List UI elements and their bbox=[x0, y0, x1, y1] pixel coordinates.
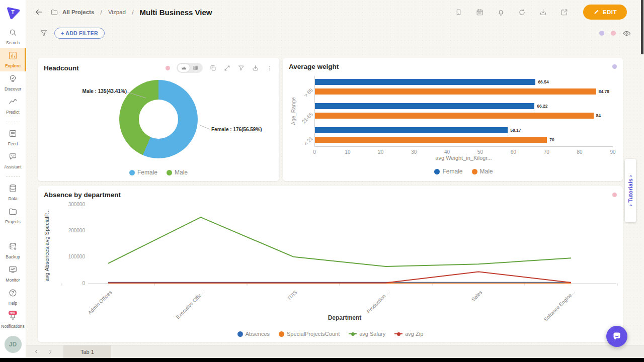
x-tick-label: 50 bbox=[477, 149, 483, 155]
x-category-label: IT/IS bbox=[287, 289, 298, 301]
sidebar-item-monitor[interactable]: Monitor bbox=[0, 262, 26, 286]
filter-bar: + ADD FILTER bbox=[26, 26, 644, 40]
download-icon[interactable] bbox=[539, 8, 547, 17]
sidebar-item-label: Projects bbox=[5, 219, 21, 224]
legend-swatch bbox=[349, 333, 357, 334]
pink-indicator-dot[interactable] bbox=[611, 31, 616, 36]
bar-category-label: < 21 bbox=[291, 136, 314, 159]
add-filter-button[interactable]: + ADD FILTER bbox=[54, 28, 105, 39]
chart-view-icon[interactable] bbox=[178, 64, 190, 72]
sidebar-item-backup[interactable]: Backup bbox=[0, 239, 26, 262]
sidebar-nav: Search Explore Discover Predict Feed Ass… bbox=[0, 25, 26, 358]
sidebar-item-notifications[interactable]: 99+ Notifications bbox=[0, 309, 26, 332]
absence-line-chart: 0100000200000300000Admin OfficesExecutiv… bbox=[38, 186, 623, 342]
sidebar-item-projects[interactable]: Projects bbox=[0, 204, 26, 227]
chart-filter-icon[interactable] bbox=[237, 64, 245, 72]
headcount-legend: Female Male bbox=[38, 169, 279, 176]
refresh-icon[interactable] bbox=[518, 8, 526, 17]
chart-download-icon[interactable] bbox=[252, 64, 259, 72]
bell-icon: 99+ bbox=[8, 311, 18, 323]
legend-label: Male bbox=[175, 169, 188, 176]
scrollbar-thumb[interactable] bbox=[641, 0, 643, 54]
legend-item-avg Salary[interactable]: avg Salary bbox=[349, 331, 385, 337]
sidebar-item-feed[interactable]: Feed bbox=[0, 126, 26, 149]
back-arrow-icon[interactable] bbox=[34, 8, 43, 17]
sidebar-item-help[interactable]: Help bbox=[0, 286, 26, 309]
chart-table-toggle[interactable] bbox=[177, 63, 203, 73]
tab-prev-icon[interactable] bbox=[33, 348, 40, 355]
tab-next-icon[interactable] bbox=[47, 348, 53, 355]
sidebar-bottom: Backup Monitor Help 99+ NotificationsJD bbox=[0, 239, 26, 358]
sidebar: T Search Explore Discover Predict Feed A… bbox=[0, 0, 26, 358]
kebab-menu-icon[interactable] bbox=[266, 64, 273, 72]
legend-item-Male[interactable]: Male bbox=[167, 169, 188, 176]
sidebar-item-assistant[interactable]: Assistant bbox=[0, 149, 26, 172]
bar-x-axis-label: avg Weight_in_Kilogr... bbox=[314, 155, 613, 161]
bar-value-label: 84.78 bbox=[599, 88, 609, 95]
legend-label: Female bbox=[442, 168, 462, 175]
x-tick-label: 10 bbox=[345, 149, 350, 155]
legend-item-Absences[interactable]: Absences bbox=[237, 331, 270, 337]
filter-funnel-icon[interactable] bbox=[39, 29, 48, 38]
eye-icon[interactable] bbox=[622, 29, 631, 38]
legend-item-SpecialProjectsCount[interactable]: SpecialProjectsCount bbox=[279, 331, 340, 337]
bookmark-icon[interactable] bbox=[454, 8, 463, 17]
folder-icon[interactable] bbox=[50, 8, 58, 16]
sidebar-item-data[interactable]: Data bbox=[0, 181, 26, 204]
bar-Female-0[interactable] bbox=[315, 79, 535, 85]
line-y-axis-label: avg Absences,avg SpecialP... bbox=[44, 209, 50, 282]
legend-item-avg Zip[interactable]: avg Zip bbox=[394, 331, 423, 337]
headcount-card-tools bbox=[166, 63, 273, 73]
user-avatar[interactable]: JD bbox=[5, 336, 22, 353]
sidebar-item-label: Assistant bbox=[4, 164, 22, 169]
legend-swatch bbox=[237, 331, 243, 337]
app-logo-icon[interactable]: T bbox=[0, 0, 26, 25]
tab-1[interactable]: Tab 1 bbox=[63, 345, 111, 358]
legend-item-Female[interactable]: Female bbox=[129, 169, 157, 176]
breadcrumb-vizpad[interactable]: Vizpad bbox=[108, 9, 126, 15]
edit-button[interactable]: EDIT bbox=[583, 5, 627, 20]
calendar-icon[interactable] bbox=[475, 8, 484, 17]
legend-label: avg Zip bbox=[405, 331, 423, 337]
bar-x-axis: 0102030405060708090 bbox=[314, 146, 613, 147]
x-category-label: Executive Offic... bbox=[175, 290, 206, 320]
tutorials-button[interactable]: › Tutorials › bbox=[625, 159, 636, 222]
headcount-card-header: Headcount bbox=[38, 58, 279, 73]
donut-ring[interactable] bbox=[119, 80, 198, 158]
sidebar-item-label: Feed bbox=[8, 141, 18, 146]
x-tick-label: 70 bbox=[544, 149, 549, 155]
app-window: T Search Explore Discover Predict Feed A… bbox=[0, 0, 644, 362]
sidebar-item-explore[interactable]: Explore bbox=[0, 48, 26, 71]
share-icon[interactable] bbox=[560, 8, 569, 17]
expand-icon[interactable] bbox=[223, 64, 231, 72]
sidebar-item-search[interactable]: Search bbox=[0, 25, 26, 48]
bar-Female-1[interactable] bbox=[315, 103, 534, 109]
breadcrumb-all-projects[interactable]: All Projects bbox=[62, 9, 94, 15]
legend-swatch bbox=[129, 170, 135, 175]
status-dot bbox=[166, 66, 170, 70]
x-category-label: Sales bbox=[470, 290, 483, 302]
bar-Female-2[interactable] bbox=[315, 127, 508, 133]
bar-Male-2[interactable] bbox=[315, 137, 547, 143]
y-tick-label: 100000 bbox=[68, 254, 86, 259]
purple-indicator-dot[interactable] bbox=[599, 31, 604, 36]
table-view-icon[interactable] bbox=[190, 64, 202, 72]
line-x-axis-label: Department bbox=[328, 314, 362, 321]
legend-item-Male[interactable]: Male bbox=[472, 168, 493, 175]
sidebar-item-discover[interactable]: Discover bbox=[0, 71, 26, 95]
copy-icon[interactable] bbox=[209, 64, 217, 72]
chat-bubble-button[interactable] bbox=[606, 326, 627, 347]
bell-icon[interactable] bbox=[497, 8, 505, 17]
page-title: Multi Business View bbox=[140, 8, 212, 17]
legend-swatch bbox=[167, 170, 172, 175]
sidebar-divider bbox=[6, 122, 20, 122]
sidebar-item-predict[interactable]: Predict bbox=[0, 95, 26, 118]
bar-Male-1[interactable] bbox=[315, 113, 594, 119]
pie-label-female: Female : 176(56.59%) bbox=[211, 127, 262, 132]
line-series-avg Zip[interactable] bbox=[108, 272, 571, 283]
legend-item-Female[interactable]: Female bbox=[434, 168, 462, 175]
line-series-avg Salary[interactable] bbox=[108, 217, 571, 266]
bar-Male-0[interactable] bbox=[315, 88, 596, 95]
predict-icon bbox=[8, 97, 18, 109]
tutorials-label: › Tutorials › bbox=[627, 175, 633, 206]
